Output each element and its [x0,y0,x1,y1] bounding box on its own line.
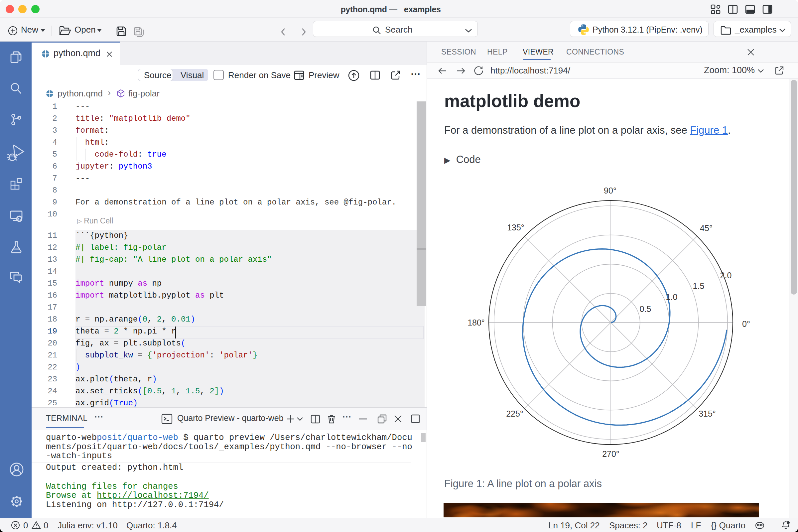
svg-text:225°: 225° [506,409,524,418]
svg-text:135°: 135° [507,223,524,232]
svg-text:2.0: 2.0 [720,271,732,280]
svg-text:1.5: 1.5 [693,281,705,291]
svg-text:0.5: 0.5 [640,304,651,314]
svg-text:180°: 180° [468,318,485,327]
svg-text:1.0: 1.0 [666,292,678,302]
svg-text:0°: 0° [742,319,750,328]
svg-text:90°: 90° [604,186,616,195]
svg-text:45°: 45° [700,224,712,233]
svg-text:270°: 270° [602,449,620,458]
svg-text:315°: 315° [699,409,716,418]
